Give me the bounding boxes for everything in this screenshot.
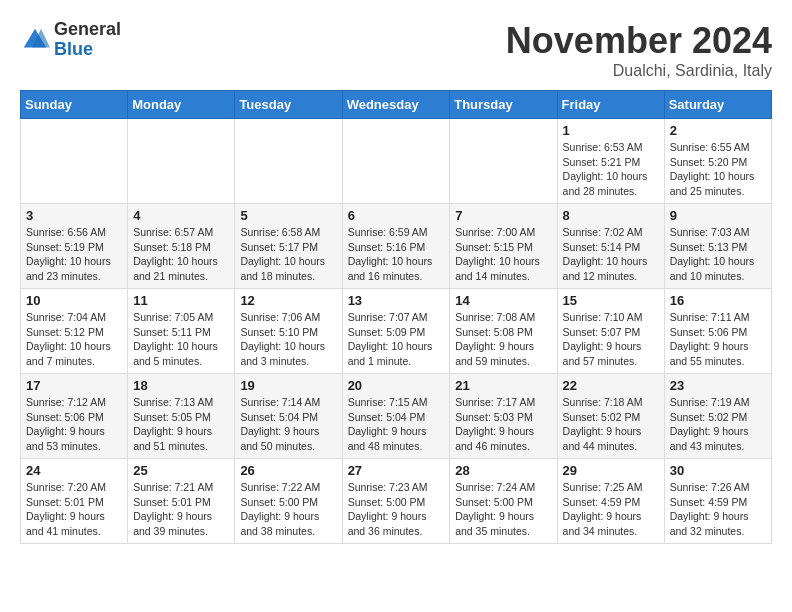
day-cell: 10Sunrise: 7:04 AMSunset: 5:12 PMDayligh… <box>21 289 128 374</box>
day-cell: 1Sunrise: 6:53 AMSunset: 5:21 PMDaylight… <box>557 119 664 204</box>
week-row-5: 24Sunrise: 7:20 AMSunset: 5:01 PMDayligh… <box>21 459 772 544</box>
week-row-2: 3Sunrise: 6:56 AMSunset: 5:19 PMDaylight… <box>21 204 772 289</box>
day-number: 10 <box>26 293 122 308</box>
header-cell-monday: Monday <box>128 91 235 119</box>
day-number: 6 <box>348 208 445 223</box>
day-detail: Sunrise: 7:23 AMSunset: 5:00 PMDaylight:… <box>348 480 445 539</box>
day-cell: 22Sunrise: 7:18 AMSunset: 5:02 PMDayligh… <box>557 374 664 459</box>
day-cell <box>21 119 128 204</box>
header-cell-sunday: Sunday <box>21 91 128 119</box>
header-cell-tuesday: Tuesday <box>235 91 342 119</box>
day-detail: Sunrise: 7:12 AMSunset: 5:06 PMDaylight:… <box>26 395 122 454</box>
day-cell: 15Sunrise: 7:10 AMSunset: 5:07 PMDayligh… <box>557 289 664 374</box>
day-cell: 3Sunrise: 6:56 AMSunset: 5:19 PMDaylight… <box>21 204 128 289</box>
day-detail: Sunrise: 7:10 AMSunset: 5:07 PMDaylight:… <box>563 310 659 369</box>
header-cell-friday: Friday <box>557 91 664 119</box>
day-detail: Sunrise: 7:02 AMSunset: 5:14 PMDaylight:… <box>563 225 659 284</box>
day-number: 18 <box>133 378 229 393</box>
day-detail: Sunrise: 7:21 AMSunset: 5:01 PMDaylight:… <box>133 480 229 539</box>
day-detail: Sunrise: 6:58 AMSunset: 5:17 PMDaylight:… <box>240 225 336 284</box>
header-cell-wednesday: Wednesday <box>342 91 450 119</box>
week-row-3: 10Sunrise: 7:04 AMSunset: 5:12 PMDayligh… <box>21 289 772 374</box>
day-cell: 23Sunrise: 7:19 AMSunset: 5:02 PMDayligh… <box>664 374 771 459</box>
day-cell: 19Sunrise: 7:14 AMSunset: 5:04 PMDayligh… <box>235 374 342 459</box>
month-title: November 2024 <box>506 20 772 62</box>
day-detail: Sunrise: 7:06 AMSunset: 5:10 PMDaylight:… <box>240 310 336 369</box>
calendar-header: SundayMondayTuesdayWednesdayThursdayFrid… <box>21 91 772 119</box>
day-cell: 27Sunrise: 7:23 AMSunset: 5:00 PMDayligh… <box>342 459 450 544</box>
day-number: 3 <box>26 208 122 223</box>
day-cell: 24Sunrise: 7:20 AMSunset: 5:01 PMDayligh… <box>21 459 128 544</box>
header-row: SundayMondayTuesdayWednesdayThursdayFrid… <box>21 91 772 119</box>
location-subtitle: Dualchi, Sardinia, Italy <box>506 62 772 80</box>
day-detail: Sunrise: 7:11 AMSunset: 5:06 PMDaylight:… <box>670 310 766 369</box>
header-cell-saturday: Saturday <box>664 91 771 119</box>
logo-icon <box>20 25 50 55</box>
day-detail: Sunrise: 7:05 AMSunset: 5:11 PMDaylight:… <box>133 310 229 369</box>
day-cell: 26Sunrise: 7:22 AMSunset: 5:00 PMDayligh… <box>235 459 342 544</box>
day-number: 16 <box>670 293 766 308</box>
title-section: November 2024 Dualchi, Sardinia, Italy <box>506 20 772 80</box>
day-number: 17 <box>26 378 122 393</box>
day-cell: 29Sunrise: 7:25 AMSunset: 4:59 PMDayligh… <box>557 459 664 544</box>
day-detail: Sunrise: 7:19 AMSunset: 5:02 PMDaylight:… <box>670 395 766 454</box>
day-cell: 16Sunrise: 7:11 AMSunset: 5:06 PMDayligh… <box>664 289 771 374</box>
day-number: 19 <box>240 378 336 393</box>
day-detail: Sunrise: 7:04 AMSunset: 5:12 PMDaylight:… <box>26 310 122 369</box>
week-row-4: 17Sunrise: 7:12 AMSunset: 5:06 PMDayligh… <box>21 374 772 459</box>
day-detail: Sunrise: 6:56 AMSunset: 5:19 PMDaylight:… <box>26 225 122 284</box>
day-number: 8 <box>563 208 659 223</box>
day-detail: Sunrise: 7:03 AMSunset: 5:13 PMDaylight:… <box>670 225 766 284</box>
day-detail: Sunrise: 7:15 AMSunset: 5:04 PMDaylight:… <box>348 395 445 454</box>
day-detail: Sunrise: 6:55 AMSunset: 5:20 PMDaylight:… <box>670 140 766 199</box>
day-number: 5 <box>240 208 336 223</box>
day-cell: 18Sunrise: 7:13 AMSunset: 5:05 PMDayligh… <box>128 374 235 459</box>
day-detail: Sunrise: 7:07 AMSunset: 5:09 PMDaylight:… <box>348 310 445 369</box>
day-cell: 11Sunrise: 7:05 AMSunset: 5:11 PMDayligh… <box>128 289 235 374</box>
day-number: 15 <box>563 293 659 308</box>
day-number: 1 <box>563 123 659 138</box>
day-detail: Sunrise: 7:17 AMSunset: 5:03 PMDaylight:… <box>455 395 551 454</box>
day-number: 28 <box>455 463 551 478</box>
day-detail: Sunrise: 6:57 AMSunset: 5:18 PMDaylight:… <box>133 225 229 284</box>
day-cell: 21Sunrise: 7:17 AMSunset: 5:03 PMDayligh… <box>450 374 557 459</box>
day-cell: 28Sunrise: 7:24 AMSunset: 5:00 PMDayligh… <box>450 459 557 544</box>
day-cell <box>450 119 557 204</box>
day-cell: 2Sunrise: 6:55 AMSunset: 5:20 PMDaylight… <box>664 119 771 204</box>
day-detail: Sunrise: 7:18 AMSunset: 5:02 PMDaylight:… <box>563 395 659 454</box>
day-number: 24 <box>26 463 122 478</box>
day-number: 11 <box>133 293 229 308</box>
day-cell <box>235 119 342 204</box>
day-detail: Sunrise: 7:25 AMSunset: 4:59 PMDaylight:… <box>563 480 659 539</box>
day-number: 7 <box>455 208 551 223</box>
day-number: 27 <box>348 463 445 478</box>
day-number: 25 <box>133 463 229 478</box>
day-number: 2 <box>670 123 766 138</box>
day-number: 29 <box>563 463 659 478</box>
day-cell: 25Sunrise: 7:21 AMSunset: 5:01 PMDayligh… <box>128 459 235 544</box>
day-number: 9 <box>670 208 766 223</box>
day-number: 22 <box>563 378 659 393</box>
day-cell: 12Sunrise: 7:06 AMSunset: 5:10 PMDayligh… <box>235 289 342 374</box>
week-row-1: 1Sunrise: 6:53 AMSunset: 5:21 PMDaylight… <box>21 119 772 204</box>
day-cell: 17Sunrise: 7:12 AMSunset: 5:06 PMDayligh… <box>21 374 128 459</box>
calendar-table: SundayMondayTuesdayWednesdayThursdayFrid… <box>20 90 772 544</box>
day-cell: 30Sunrise: 7:26 AMSunset: 4:59 PMDayligh… <box>664 459 771 544</box>
day-detail: Sunrise: 7:14 AMSunset: 5:04 PMDaylight:… <box>240 395 336 454</box>
logo-text: General Blue <box>54 20 121 60</box>
calendar-body: 1Sunrise: 6:53 AMSunset: 5:21 PMDaylight… <box>21 119 772 544</box>
header-cell-thursday: Thursday <box>450 91 557 119</box>
day-number: 13 <box>348 293 445 308</box>
logo-general-text: General <box>54 20 121 40</box>
day-cell: 8Sunrise: 7:02 AMSunset: 5:14 PMDaylight… <box>557 204 664 289</box>
day-detail: Sunrise: 7:22 AMSunset: 5:00 PMDaylight:… <box>240 480 336 539</box>
day-cell: 4Sunrise: 6:57 AMSunset: 5:18 PMDaylight… <box>128 204 235 289</box>
header: General Blue November 2024 Dualchi, Sard… <box>20 20 772 80</box>
day-number: 20 <box>348 378 445 393</box>
day-cell <box>128 119 235 204</box>
day-cell <box>342 119 450 204</box>
day-number: 23 <box>670 378 766 393</box>
day-number: 26 <box>240 463 336 478</box>
day-cell: 14Sunrise: 7:08 AMSunset: 5:08 PMDayligh… <box>450 289 557 374</box>
day-detail: Sunrise: 6:53 AMSunset: 5:21 PMDaylight:… <box>563 140 659 199</box>
